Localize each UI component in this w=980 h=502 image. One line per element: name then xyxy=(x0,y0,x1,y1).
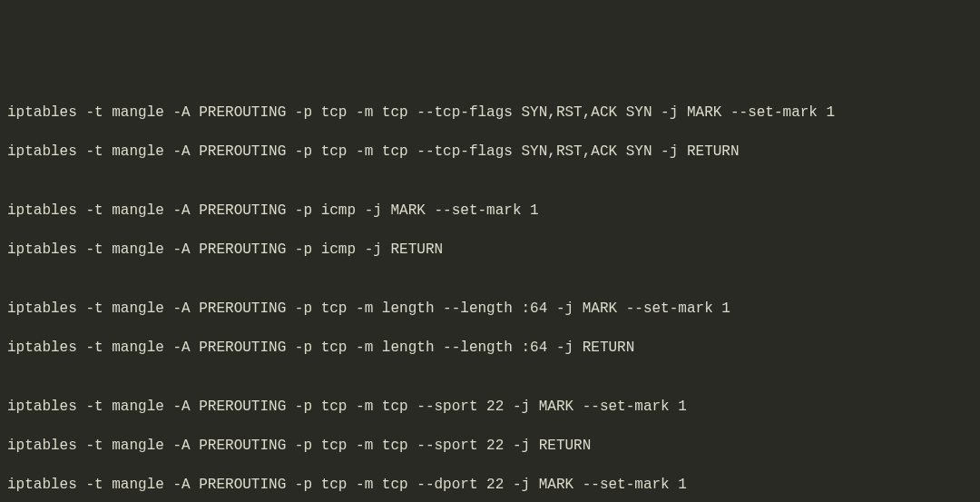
terminal-line: iptables -t mangle -A PREROUTING -p icmp… xyxy=(7,202,973,221)
terminal-output: iptables -t mangle -A PREROUTING -p tcp … xyxy=(7,84,973,502)
terminal-line: iptables -t mangle -A PREROUTING -p tcp … xyxy=(7,300,973,320)
terminal-line: iptables -t mangle -A PREROUTING -p tcp … xyxy=(7,398,973,418)
terminal-line: iptables -t mangle -A PREROUTING -p tcp … xyxy=(7,476,973,496)
terminal-line: iptables -t mangle -A PREROUTING -p tcp … xyxy=(7,143,973,162)
terminal-line: iptables -t mangle -A PREROUTING -p tcp … xyxy=(7,437,973,457)
terminal-line: iptables -t mangle -A PREROUTING -p tcp … xyxy=(7,103,973,123)
terminal-line: iptables -t mangle -A PREROUTING -p icmp… xyxy=(7,241,973,261)
terminal-line: iptables -t mangle -A PREROUTING -p tcp … xyxy=(7,339,973,359)
